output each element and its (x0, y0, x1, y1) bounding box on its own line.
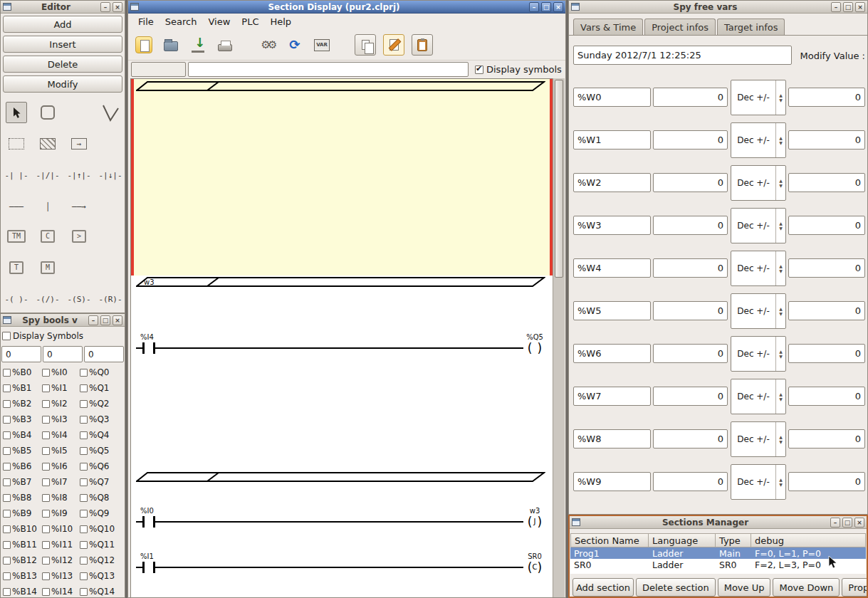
sections-manager-button[interactable]: Move Up (718, 578, 771, 597)
column-header[interactable]: debug (751, 533, 866, 547)
close-button[interactable] (855, 2, 865, 12)
spinner-arrows-icon[interactable] (775, 337, 785, 371)
column-header[interactable]: Type (716, 533, 751, 547)
bool-checkbox[interactable] (80, 400, 88, 408)
bool-checkbox[interactable] (42, 572, 50, 580)
bool-checkbox[interactable] (80, 510, 88, 518)
display-mode-combo[interactable]: Dec +/- (731, 464, 786, 500)
var-name-entry[interactable]: %W9 (573, 472, 651, 491)
maximize-button[interactable] (842, 518, 852, 528)
spinner-arrows-icon[interactable] (775, 422, 785, 456)
wire-draw-tool[interactable] (95, 102, 125, 123)
var-value-entry[interactable]: 0 (653, 173, 728, 192)
sections-manager-button[interactable]: Move Down (773, 578, 840, 597)
bool-checkbox[interactable] (42, 400, 50, 408)
wire-segment-tool[interactable]: │ (32, 196, 63, 217)
spinner-arrows-icon[interactable] (775, 80, 785, 115)
var-name-entry[interactable]: %W4 (573, 258, 651, 278)
menu-item[interactable]: Search (160, 14, 203, 29)
coil-tool[interactable]: -(/)- (32, 288, 63, 310)
editor-action-button[interactable]: Insert (3, 36, 122, 53)
bool-checkbox[interactable] (42, 510, 50, 518)
maximize-button[interactable] (541, 2, 551, 12)
coil-tool[interactable]: -(S)- (63, 288, 95, 310)
bool-checkbox[interactable] (3, 494, 11, 502)
ladder-contact[interactable] (142, 562, 155, 573)
contact-tool[interactable]: -|↓|- (95, 164, 125, 186)
var-name-entry[interactable]: %W7 (573, 387, 651, 406)
bool-checkbox[interactable] (42, 369, 50, 377)
tab[interactable]: Target infos (717, 19, 785, 35)
var-value-entry[interactable]: 0 (653, 387, 728, 406)
ladder-viewport[interactable]: w3 %I4 %Q5 %I0 w3 J %I1 SR0 C (130, 78, 553, 598)
bool-checkbox[interactable] (80, 557, 88, 565)
select-block-tool[interactable] (1, 133, 32, 154)
bool-checkbox[interactable] (3, 572, 11, 580)
var-name-entry[interactable]: %W2 (573, 173, 651, 192)
minimize-button[interactable] (831, 2, 841, 12)
modify-value-entry[interactable]: 0 (788, 258, 865, 278)
spinner-arrows-icon[interactable] (775, 465, 785, 499)
display-symbols-checkbox[interactable] (475, 65, 483, 74)
contact-tool[interactable]: -|↑|- (63, 164, 95, 186)
ladder-call-coil[interactable]: C (523, 560, 546, 575)
ladder-contact[interactable] (142, 342, 155, 354)
spinner-arrows-icon[interactable] (775, 166, 785, 200)
bool-checkbox[interactable] (42, 463, 50, 471)
minimize-button[interactable] (100, 2, 110, 12)
scrollbar-thumb[interactable] (555, 80, 563, 278)
spinner-arrows-icon[interactable] (775, 294, 785, 328)
modify-value-entry[interactable]: 0 (788, 387, 865, 406)
bool-checkbox[interactable] (80, 463, 88, 471)
display-mode-combo[interactable]: Dec +/- (731, 208, 786, 243)
editor-action-button[interactable]: Delete (3, 56, 122, 73)
var-name-entry[interactable]: %W8 (573, 429, 651, 448)
bool-checkbox[interactable] (80, 369, 88, 377)
display-mode-combo[interactable]: Dec +/- (731, 251, 786, 286)
var-name-entry[interactable]: %W6 (573, 344, 651, 363)
bool-checkbox[interactable] (3, 541, 11, 549)
copy-mode-toggle[interactable] (355, 34, 376, 56)
bool-checkbox[interactable] (42, 478, 50, 486)
bool-checkbox[interactable] (80, 431, 88, 439)
edit-mode-toggle[interactable] (383, 34, 404, 56)
menu-item[interactable]: View (202, 14, 236, 29)
bool-checkbox[interactable] (42, 525, 50, 533)
save-icon[interactable] (188, 35, 208, 55)
column-header[interactable]: Section Name (570, 533, 649, 547)
tab[interactable]: Vars & Time (573, 19, 643, 35)
coil-tool[interactable]: -(R)- (95, 288, 125, 310)
display-mode-combo[interactable]: Dec +/- (731, 80, 786, 115)
bool-checkbox[interactable] (42, 431, 50, 439)
bool-checkbox[interactable] (3, 416, 11, 424)
spy-bools-titlebar[interactable]: Spy bools v (1, 314, 125, 327)
modify-value-entry[interactable]: 0 (788, 472, 865, 491)
spinner-arrows-icon[interactable] (775, 251, 785, 285)
bool-checkbox[interactable] (3, 525, 11, 533)
bool-checkbox[interactable] (3, 431, 11, 439)
maximize-button[interactable] (843, 2, 853, 12)
wire-segment-tool[interactable]: ──→ (63, 196, 95, 217)
menu-item[interactable]: PLC (236, 14, 264, 29)
paste-mode-toggle[interactable] (412, 34, 433, 56)
move-block-tool[interactable]: → (63, 133, 95, 154)
tab[interactable]: Project infos (644, 19, 716, 35)
spinner-arrows-icon[interactable] (775, 209, 785, 243)
bool-checkbox[interactable] (3, 384, 11, 392)
bool-checkbox[interactable] (42, 494, 50, 502)
bool-checkbox[interactable] (3, 400, 11, 408)
var-name-entry[interactable]: %W1 (573, 130, 651, 150)
datetime-entry[interactable]: Sunday 2012/7/1 12:25:25 (573, 46, 792, 65)
vars-icon[interactable] (312, 35, 332, 55)
ladder-coil[interactable] (523, 341, 546, 355)
var-value-entry[interactable]: 0 (653, 88, 728, 107)
bool-checkbox[interactable] (80, 384, 88, 392)
function-block-tool[interactable]: C (41, 230, 55, 243)
var-value-entry[interactable]: 0 (653, 216, 728, 235)
menu-item[interactable]: File (132, 14, 160, 29)
bool-checkbox[interactable] (80, 478, 88, 486)
pointer-tool[interactable] (1, 102, 32, 123)
bool-offset-entry[interactable]: 0 (84, 346, 124, 362)
display-mode-combo[interactable]: Dec +/- (731, 421, 786, 457)
close-button[interactable] (553, 2, 563, 12)
